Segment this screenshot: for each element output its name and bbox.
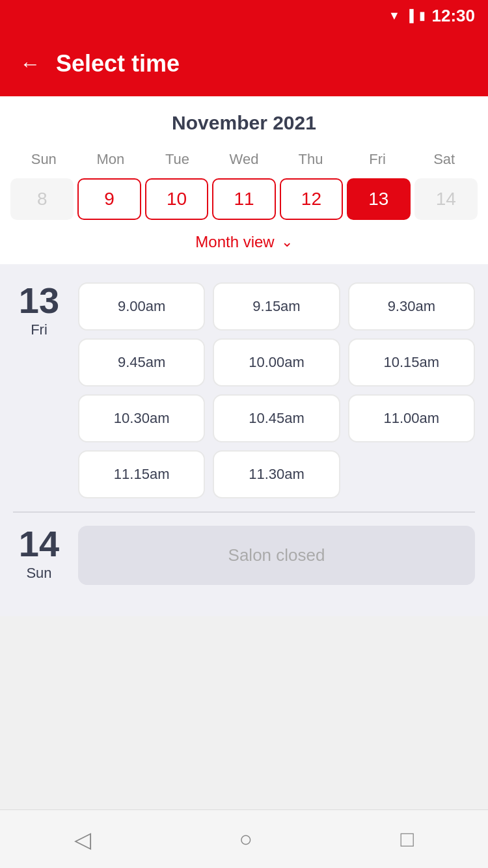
month-year-label: November 2021 [10, 112, 478, 134]
weekday-wed: Wed [211, 147, 278, 172]
cal-date-12[interactable]: 12 [280, 178, 343, 220]
month-view-label: Month view [195, 233, 274, 251]
time-slots-13: 9.00am9.15am9.30am9.45am10.00am10.15am10… [78, 282, 475, 498]
header-title: Select time [56, 50, 180, 77]
status-bar: ▼ ▐ ▮ 12:30 [0, 0, 488, 31]
nav-home-button[interactable]: ○ [239, 826, 252, 852]
status-time: 12:30 [432, 6, 476, 26]
weekday-mon: Mon [77, 147, 144, 172]
day-section-14: 14 Sun Salon closed [0, 513, 488, 603]
back-button[interactable]: ← [20, 52, 40, 76]
cal-date-10[interactable]: 10 [145, 178, 208, 220]
cal-date-11[interactable]: 11 [212, 178, 275, 220]
cal-date-13[interactable]: 13 [347, 178, 410, 220]
cal-date-8[interactable]: 8 [10, 178, 74, 220]
app-header: ← Select time [0, 31, 488, 96]
time-slot-1100am[interactable]: 11.00am [348, 394, 475, 442]
battery-icon: ▮ [419, 8, 426, 23]
time-slot-1015am[interactable]: 10.15am [348, 338, 475, 387]
salon-closed-label: Salon closed [78, 526, 475, 585]
weekday-fri: Fri [344, 147, 411, 172]
time-slot-930am[interactable]: 9.30am [348, 282, 475, 331]
day-section-13: 13 Fri 9.00am9.15am9.30am9.45am10.00am10… [0, 264, 488, 511]
day-name-14: Sun [26, 565, 51, 582]
chevron-down-icon: ⌄ [281, 234, 293, 251]
calendar-dates: 891011121314 [10, 178, 478, 220]
cal-date-14[interactable]: 14 [414, 178, 478, 220]
time-slot-900am[interactable]: 9.00am [78, 282, 205, 331]
day-number-14: 14 [19, 526, 59, 562]
time-slot-1000am[interactable]: 10.00am [213, 338, 340, 387]
weekday-sun: Sun [10, 147, 77, 172]
wifi-icon: ▼ [388, 9, 400, 23]
nav-recent-button[interactable]: □ [401, 826, 414, 852]
calendar-section: November 2021 Sun Mon Tue Wed Thu Fri Sa… [0, 96, 488, 264]
weekday-row: Sun Mon Tue Wed Thu Fri Sat [10, 147, 478, 172]
day-label-14: 14 Sun [13, 526, 65, 585]
navigation-bar: ◁ ○ □ [0, 809, 488, 868]
day-label-13: 13 Fri [13, 282, 65, 498]
schedule-area: 13 Fri 9.00am9.15am9.30am9.45am10.00am10… [0, 264, 488, 616]
time-slot-1030am[interactable]: 10.30am [78, 394, 205, 442]
signal-icon: ▐ [405, 9, 414, 23]
time-slot-1045am[interactable]: 10.45am [213, 394, 340, 442]
time-slot-1115am[interactable]: 11.15am [78, 450, 205, 498]
weekday-sat: Sat [411, 147, 478, 172]
weekday-tue: Tue [144, 147, 211, 172]
month-view-toggle[interactable]: Month view ⌄ [10, 229, 478, 254]
status-icons: ▼ ▐ ▮ [388, 8, 426, 23]
day-number-13: 13 [19, 282, 59, 319]
cal-date-9[interactable]: 9 [77, 178, 141, 220]
day-name-13: Fri [31, 321, 47, 338]
time-slot-1130am[interactable]: 11.30am [213, 450, 340, 498]
weekday-thu: Thu [277, 147, 344, 172]
time-slot-915am[interactable]: 9.15am [213, 282, 340, 331]
nav-back-button[interactable]: ◁ [74, 826, 91, 852]
time-slot-945am[interactable]: 9.45am [78, 338, 205, 387]
